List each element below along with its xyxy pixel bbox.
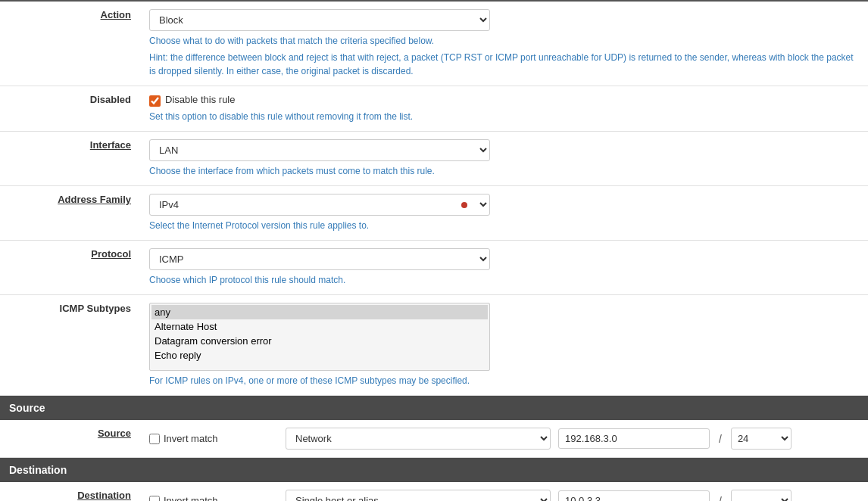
source-type-select[interactable]: Network Single host or alias any LAN net… <box>286 428 551 450</box>
address-family-help: Select the Internet Protocol version thi… <box>149 219 859 232</box>
destination-section-header: Destination <box>0 458 868 482</box>
action-help1: Choose what to do with packets that matc… <box>149 34 859 48</box>
protocol-help: Choose which IP protocol this rule shoul… <box>149 273 859 287</box>
dest-mask-select[interactable]: 32 24 16 8 <box>731 490 792 501</box>
interface-select[interactable]: LAN WAN lo0 <box>149 139 490 161</box>
source-invert-label: Invert match <box>164 433 218 444</box>
disabled-row: Disabled Disable this rule Set this opti… <box>0 86 868 132</box>
source-row: Source Invert match Network Single host … <box>0 420 868 458</box>
source-section-header: Source <box>0 396 868 420</box>
source-table: Source Invert match Network Single host … <box>0 420 868 458</box>
source-label: Source <box>98 428 131 439</box>
action-select[interactable]: Block Pass Reject <box>149 9 490 31</box>
dest-slash: / <box>717 495 723 502</box>
protocol-select[interactable]: ICMP TCP UDP TCP/UDP any <box>149 248 490 270</box>
icmp-subtypes-label: ICMP Subtypes <box>60 303 131 314</box>
disabled-label: Disabled <box>90 94 131 105</box>
protocol-row: Protocol ICMP TCP UDP TCP/UDP any Choose… <box>0 241 868 295</box>
destination-label: Destination <box>77 490 131 501</box>
destination-section-title: Destination <box>9 464 67 476</box>
disable-rule-label: Disable this rule <box>165 94 236 105</box>
source-section-title: Source <box>9 402 45 414</box>
disabled-help: Set this option to disable this rule wit… <box>149 110 859 123</box>
address-family-label: Address Family <box>58 194 131 205</box>
icmp-subtypes-help: For ICMP rules on IPv4, one or more of t… <box>149 374 859 387</box>
action-row: Action Block Pass Reject Choose what to … <box>0 1 868 86</box>
source-address-input[interactable] <box>558 428 710 449</box>
destination-table: Destination Invert match Single host or … <box>0 482 868 501</box>
interface-help: Choose the interface from which packets … <box>149 164 859 178</box>
source-invert-checkbox[interactable] <box>149 434 160 444</box>
source-mask-select[interactable]: 24 32 16 8 <box>731 428 792 450</box>
firewall-rule-form: Action Block Pass Reject Choose what to … <box>0 0 868 396</box>
protocol-label: Protocol <box>91 248 131 260</box>
required-indicator <box>461 202 467 208</box>
interface-label: Interface <box>90 139 131 151</box>
action-label: Action <box>101 9 131 20</box>
dest-address-input[interactable] <box>558 490 710 501</box>
source-slash: / <box>717 433 723 445</box>
address-family-row: Address Family IPv4 IPv6 IPv4+IPv6 Selec… <box>0 186 868 241</box>
disable-rule-checkbox[interactable] <box>149 95 161 107</box>
dest-invert-label: Invert match <box>164 495 218 501</box>
action-help2: Hint: the difference between block and r… <box>149 51 859 78</box>
icmp-subtypes-row: ICMP Subtypes any Alternate Host Datagra… <box>0 295 868 396</box>
dest-type-select[interactable]: Single host or alias Network any LAN net… <box>286 490 551 501</box>
dest-invert-checkbox[interactable] <box>149 496 160 502</box>
address-family-select[interactable]: IPv4 IPv6 IPv4+IPv6 <box>149 194 490 216</box>
interface-row: Interface LAN WAN lo0 Choose the interfa… <box>0 132 868 186</box>
icmp-subtypes-select[interactable]: any Alternate Host Datagram conversion e… <box>149 303 490 371</box>
destination-row: Destination Invert match Single host or … <box>0 482 868 501</box>
